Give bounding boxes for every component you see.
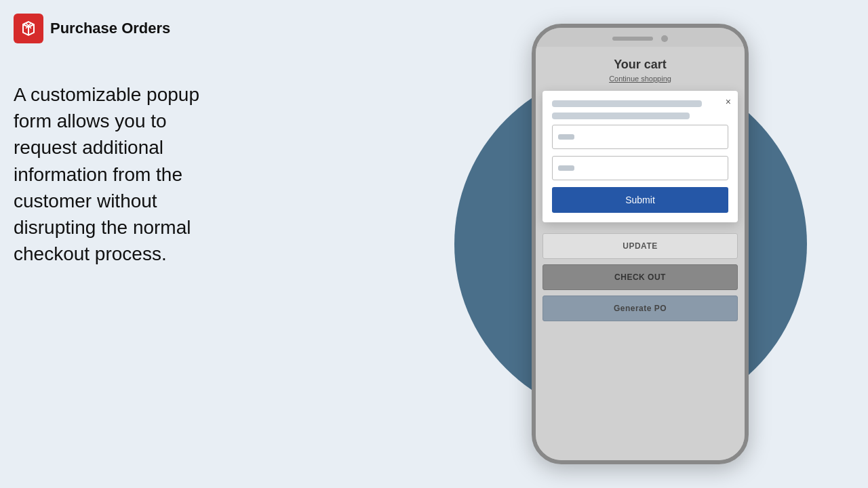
popup-placeholder-line-2	[552, 113, 690, 119]
phone-screen: Your cart Continue shopping × Submit UPD…	[536, 47, 745, 460]
submit-button[interactable]: Submit	[552, 187, 728, 213]
phone-area: Your cart Continue shopping × Submit UPD…	[393, 0, 868, 488]
feature-description: A customizable popup form allows you to …	[14, 81, 231, 267]
popup-modal: × Submit	[542, 91, 738, 222]
app-title: Purchase Orders	[50, 20, 170, 37]
popup-close-button[interactable]: ×	[726, 96, 731, 107]
camera	[661, 35, 668, 42]
continue-shopping-link[interactable]: Continue shopping	[609, 75, 671, 83]
input-placeholder-2	[558, 165, 574, 171]
app-logo	[14, 14, 43, 43]
popup-input-1[interactable]	[552, 125, 728, 149]
popup-placeholder-line-1	[552, 100, 702, 107]
cart-title: Your cart	[614, 58, 667, 72]
update-button[interactable]: UPDATE	[542, 233, 738, 259]
input-placeholder-1	[558, 134, 574, 140]
speaker	[612, 37, 653, 41]
cart-buttons: UPDATE CHECK OUT Generate PO	[542, 233, 738, 321]
checkout-button[interactable]: CHECK OUT	[542, 264, 738, 290]
popup-input-2[interactable]	[552, 156, 728, 180]
generate-po-button[interactable]: Generate PO	[542, 296, 738, 321]
phone-notch	[536, 28, 745, 47]
phone-mockup: Your cart Continue shopping × Submit UPD…	[532, 24, 749, 464]
header: Purchase Orders	[14, 14, 170, 43]
